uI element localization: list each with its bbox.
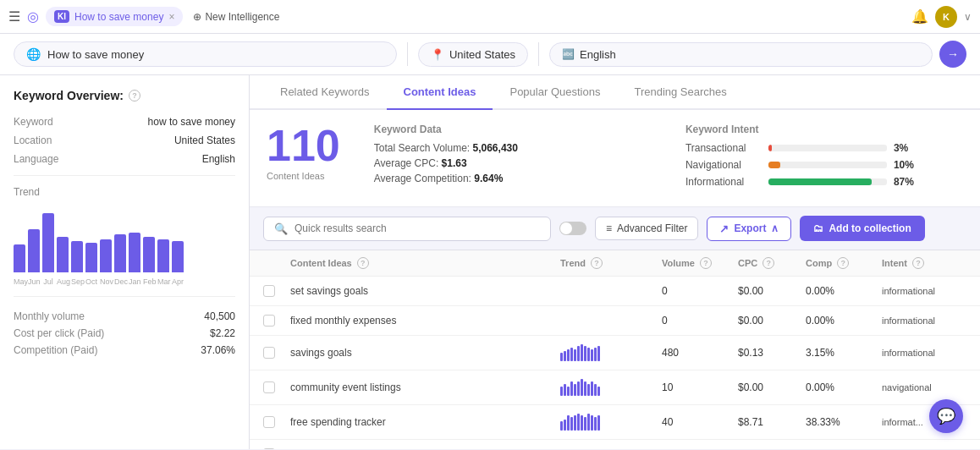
row-intent: informational xyxy=(882,286,966,296)
intent-pct: 3% xyxy=(894,142,908,154)
row-cpc: $8.71 xyxy=(738,416,806,428)
tab-close-button[interactable]: × xyxy=(168,11,174,23)
mini-bar xyxy=(577,414,580,431)
search-go-button[interactable]: → xyxy=(939,41,966,68)
big-number: 110 xyxy=(267,123,340,167)
th-label: CPC xyxy=(738,258,757,268)
toggle-knob xyxy=(560,222,572,234)
mini-bar xyxy=(570,417,573,431)
trend-month-label: Jan xyxy=(129,277,140,286)
row-keyword: free spending tracker xyxy=(290,416,560,428)
notification-icon[interactable]: 🔔 xyxy=(911,8,928,25)
tab-popular[interactable]: Popular Questions xyxy=(493,75,617,110)
language-selector[interactable]: 🔤 English xyxy=(549,42,933,67)
mini-bar xyxy=(564,351,566,361)
mini-bar xyxy=(577,346,580,361)
mini-trend-chart xyxy=(560,344,662,361)
row-comp: 0.00% xyxy=(806,381,882,393)
mini-bar xyxy=(567,387,570,396)
row-checkbox[interactable] xyxy=(263,285,275,297)
content-area: Related KeywordsContent IdeasPopular Que… xyxy=(250,75,980,449)
chat-bubble[interactable]: 💬 xyxy=(929,399,963,433)
row-volume: 0 xyxy=(662,315,738,327)
row-keyword: fixed monthly expenses xyxy=(290,315,560,327)
big-label: Content Ideas xyxy=(267,171,340,181)
export-button[interactable]: ↗ Export ∧ xyxy=(707,217,791,241)
mini-bar xyxy=(584,417,586,431)
intent-pct: 87% xyxy=(894,176,914,188)
menu-icon[interactable]: ☰ xyxy=(8,8,20,25)
row-keyword: investment account such xyxy=(290,448,560,449)
table-row: set savings goals 0 $0.00 0.00% informat… xyxy=(250,277,980,306)
table-row: community event listings 10 $0.00 0.00% … xyxy=(250,370,980,405)
row-intent: informational xyxy=(882,348,966,358)
add-to-collection-button[interactable]: 🗂 Add to collection xyxy=(800,216,924,241)
trend-month-label: Dec xyxy=(114,277,126,286)
row-checkbox[interactable] xyxy=(263,347,275,359)
active-tab[interactable]: KI How to save money × xyxy=(46,7,183,26)
keyword-data-title: Keyword Data xyxy=(374,123,652,135)
trend-month-label: Mar xyxy=(157,277,169,286)
mini-bar xyxy=(567,415,570,431)
mini-bar xyxy=(574,415,576,431)
search-icon: 🔍 xyxy=(274,222,288,235)
mini-bar xyxy=(567,349,570,361)
th-info-icon[interactable]: ? xyxy=(591,257,603,269)
sidebar-info-icon[interactable]: ? xyxy=(129,90,140,102)
trend-bar xyxy=(129,233,140,272)
row-checkbox[interactable] xyxy=(263,416,275,428)
mini-bar xyxy=(587,414,590,431)
advanced-filter-button[interactable]: ≡ Advanced Filter xyxy=(595,217,698,240)
row-comp: 0.00% xyxy=(806,285,882,297)
quick-search-input[interactable] xyxy=(295,222,540,234)
add-icon: 🗂 xyxy=(813,222,823,234)
th-info-icon[interactable]: ? xyxy=(837,257,849,269)
ki-badge: KI xyxy=(54,10,69,23)
search-input[interactable] xyxy=(47,48,384,61)
row-cpc: $0.00 xyxy=(738,381,806,393)
export-icon: ↗ xyxy=(719,222,729,235)
trend-bar xyxy=(42,213,54,272)
chevron-down-icon[interactable]: ∨ xyxy=(964,11,972,23)
trend-bar xyxy=(157,239,169,272)
th-info-icon[interactable]: ? xyxy=(357,257,369,269)
th-info-icon[interactable]: ? xyxy=(763,257,774,269)
keyword-label: Keyword xyxy=(14,116,53,128)
mini-bar xyxy=(560,421,563,431)
row-checkbox-cell xyxy=(263,347,290,359)
mini-bar xyxy=(574,349,576,361)
th-info-icon[interactable]: ? xyxy=(700,257,712,269)
tab-related[interactable]: Related Keywords xyxy=(263,75,387,110)
intent-row-informational: Informational 87% xyxy=(685,176,963,188)
mini-bar xyxy=(581,344,583,361)
row-checkbox[interactable] xyxy=(263,315,275,327)
location-selector[interactable]: 📍 United States xyxy=(418,42,528,67)
th-info-icon[interactable]: ? xyxy=(912,257,924,269)
toggle-switch[interactable] xyxy=(559,222,586,235)
intent-bar-wrap xyxy=(768,178,887,185)
toolbar: 🔍 ≡ Advanced Filter ↗ Export ∧ 🗂 Add to … xyxy=(250,207,980,250)
stats-area: 110 Content Ideas Keyword Data Total Sea… xyxy=(250,110,980,207)
new-tab-button[interactable]: ⊕ New Intelligence xyxy=(193,11,279,23)
row-volume: 40 xyxy=(662,416,738,428)
comp-value: 9.64% xyxy=(474,173,503,184)
mini-bar xyxy=(581,415,583,431)
mini-bar xyxy=(560,353,563,361)
row-checkbox[interactable] xyxy=(263,448,275,449)
toggle-wrap xyxy=(559,222,586,235)
tab-trending[interactable]: Trending Searches xyxy=(617,75,743,110)
row-cpc: $0.00 xyxy=(738,315,806,327)
row-comp: 3.15% xyxy=(806,347,882,359)
row-checkbox[interactable] xyxy=(263,381,275,393)
row-checkbox-cell xyxy=(263,285,290,297)
mini-bar xyxy=(570,381,573,396)
tab-content[interactable]: Content Ideas xyxy=(387,75,493,110)
mini-bar xyxy=(577,381,580,396)
trend-bar xyxy=(100,239,112,272)
metric-value: 37.06% xyxy=(201,344,235,356)
avatar[interactable]: K xyxy=(935,6,957,28)
trend-bar xyxy=(57,237,69,272)
row-checkbox-cell xyxy=(263,315,290,327)
location-label: Location xyxy=(14,134,52,146)
sidebar-language-row: Language English xyxy=(14,153,235,165)
